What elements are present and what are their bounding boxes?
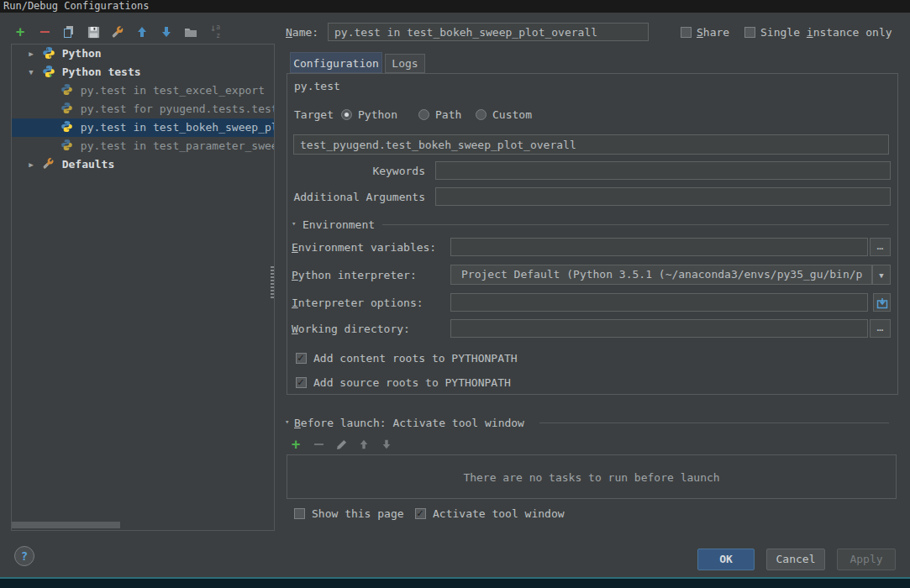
minus-icon	[40, 31, 50, 33]
arrow-down-icon	[160, 26, 172, 38]
plus-icon: +	[292, 438, 300, 451]
before-launch-toolbar: +	[287, 436, 539, 453]
tree-item-label: py.test for pyugend.tests.test_p	[81, 102, 274, 115]
activate-tool-window-label[interactable]: Activate tool window	[433, 507, 565, 520]
target-radio-path[interactable]	[418, 108, 429, 120]
target-radio-custom[interactable]	[476, 108, 487, 120]
move-task-down-button[interactable]	[377, 436, 396, 453]
ok-button[interactable]: OK	[697, 549, 755, 570]
remove-task-button[interactable]	[309, 436, 328, 453]
edit-defaults-button[interactable]	[108, 24, 127, 40]
add-task-button[interactable]: +	[287, 436, 305, 453]
wrench-icon	[111, 25, 124, 39]
add-source-roots-checkbox[interactable]: ✓	[296, 375, 307, 388]
environment-variables-label: Environment variables:	[292, 241, 436, 254]
radio-icon	[476, 109, 487, 120]
move-down-button[interactable]	[157, 24, 176, 40]
target-radio-python[interactable]	[341, 108, 352, 120]
interpreter-options-expand-button[interactable]	[873, 293, 891, 312]
activate-tool-window-checkbox[interactable]: ✓	[415, 507, 426, 519]
copy-configuration-button[interactable]	[60, 24, 78, 40]
add-source-roots-label[interactable]: Add source roots to PYTHONPATH	[313, 376, 511, 389]
remove-configuration-button[interactable]	[35, 24, 54, 40]
before-launch-divider	[539, 423, 889, 423]
tab-logs[interactable]: Logs	[385, 54, 425, 73]
name-input[interactable]	[328, 23, 649, 41]
move-up-button[interactable]	[133, 24, 151, 40]
chevron-right-icon[interactable]: ▶	[27, 155, 35, 174]
checkbox-icon	[294, 508, 305, 519]
target-input[interactable]	[293, 134, 889, 155]
working-directory-input[interactable]	[450, 319, 868, 338]
single-instance-checkbox[interactable]	[744, 25, 755, 38]
sort-configurations-button[interactable]: ↓ az	[206, 24, 224, 40]
add-content-roots-checkbox[interactable]: ✓	[296, 351, 307, 364]
python-tests-icon	[42, 65, 55, 78]
move-task-up-button[interactable]	[355, 436, 373, 453]
environment-section-header[interactable]: Environment	[302, 218, 375, 231]
environment-variables-input[interactable]	[450, 238, 868, 256]
share-label: Share	[697, 26, 729, 39]
tree-group-python-tests[interactable]: ▼ Python tests	[12, 63, 274, 81]
target-radio-python-label[interactable]: Python	[358, 108, 397, 121]
tree-group-label: Python tests	[62, 66, 141, 78]
python-interpreter-dropdown-button[interactable]: ▼	[872, 265, 891, 285]
tree-horizontal-scrollbar[interactable]	[12, 522, 120, 528]
add-configuration-button[interactable]: +	[11, 24, 29, 40]
arrow-down-icon	[381, 439, 392, 449]
chevron-down-icon: ▼	[879, 271, 883, 280]
edit-task-button[interactable]	[332, 436, 350, 453]
target-radio-path-label[interactable]: Path	[435, 108, 461, 121]
tree-group-label: Defaults	[62, 158, 115, 171]
copy-icon	[62, 25, 76, 39]
tree-group-defaults[interactable]: ▶ Defaults	[12, 155, 274, 174]
splitter-handle[interactable]	[271, 266, 274, 298]
share-checkbox[interactable]	[681, 25, 692, 38]
defaults-wrench-icon	[42, 157, 55, 171]
chevron-down-icon[interactable]: ▼	[27, 63, 35, 81]
pytest-config-icon	[60, 102, 74, 115]
python-icon	[42, 46, 55, 60]
window-title: Run/Debug Configurations	[3, 0, 149, 12]
interpreter-options-input[interactable]	[450, 293, 868, 312]
chevron-right-icon[interactable]: ▶	[27, 45, 35, 63]
tab-configuration[interactable]: Configuration	[290, 52, 382, 73]
keywords-input[interactable]	[435, 161, 891, 180]
pytest-config-icon	[60, 120, 74, 134]
pytest-config-icon	[60, 83, 74, 97]
minus-icon	[314, 444, 323, 445]
configurations-toolbar: +	[11, 24, 275, 42]
tree-item-test-excel-export[interactable]: py.test in test_excel_export	[12, 81, 274, 100]
tree-item-test-bokeh-sweep-plot[interactable]: py.test in test_bokeh_sweep_plot	[12, 118, 274, 137]
python-interpreter-combobox[interactable]: Project Default (Python 3.5.1 (~/anacond…	[450, 265, 872, 285]
checkbox-checked-icon: ✓	[296, 353, 307, 364]
tree-group-label: Python	[62, 47, 102, 60]
add-content-roots-label[interactable]: Add content roots to PYTHONPATH	[313, 352, 518, 365]
apply-button[interactable]: Apply	[837, 549, 896, 570]
before-launch-collapse-icon[interactable]: ▾	[285, 417, 289, 426]
tree-item-pyugend-tests[interactable]: py.test for pyugend.tests.test_p	[12, 100, 274, 118]
no-tasks-message: There are no tasks to run before launch	[287, 455, 896, 500]
additional-arguments-label: Additional Arguments	[293, 191, 425, 203]
run-debug-configurations-dialog: Run/Debug Configurations +	[0, 0, 910, 588]
target-radio-custom-label[interactable]: Custom	[492, 108, 532, 121]
tree-group-python[interactable]: ▶ Python	[12, 45, 274, 63]
tree-item-label: py.test in test_excel_export	[81, 84, 265, 97]
show-this-page-checkbox[interactable]	[294, 507, 305, 519]
environment-collapse-icon[interactable]: ▾	[292, 219, 296, 228]
environment-divider	[382, 224, 889, 225]
ellipsis-icon: …	[877, 239, 884, 252]
before-launch-section-header[interactable]: Before launch: Activate tool window	[294, 417, 524, 429]
pytest-config-icon	[60, 139, 74, 152]
window-title-bar[interactable]: Run/Debug Configurations	[0, 0, 910, 13]
tree-item-test-parameter-sweep[interactable]: py.test in test_parameter_sweep_	[12, 137, 274, 155]
create-folder-button[interactable]	[181, 24, 200, 40]
show-this-page-label[interactable]: Show this page	[312, 507, 404, 520]
cancel-button[interactable]: Cancel	[766, 549, 825, 570]
save-configuration-button[interactable]	[84, 24, 103, 40]
additional-arguments-input[interactable]	[435, 187, 891, 206]
environment-variables-browse-button[interactable]: …	[870, 238, 891, 256]
help-button[interactable]: ?	[14, 546, 34, 566]
radio-selected-icon	[341, 109, 352, 120]
working-directory-browse-button[interactable]: …	[870, 319, 891, 338]
